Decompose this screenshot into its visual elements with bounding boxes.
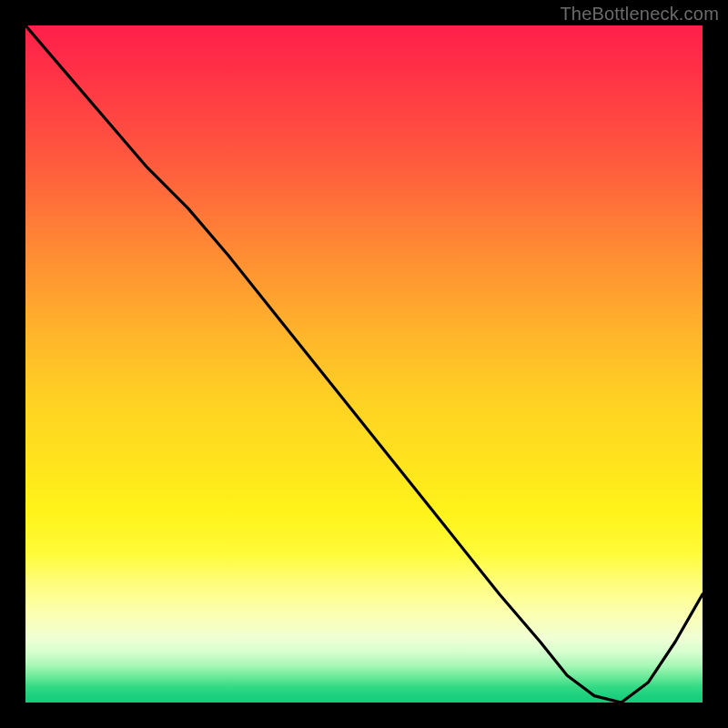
plot-frame <box>25 25 703 703</box>
chart-stage: TheBottleneck.com <box>0 0 728 728</box>
watermark-text: TheBottleneck.com <box>560 4 719 25</box>
bottleneck-curve <box>25 25 703 703</box>
